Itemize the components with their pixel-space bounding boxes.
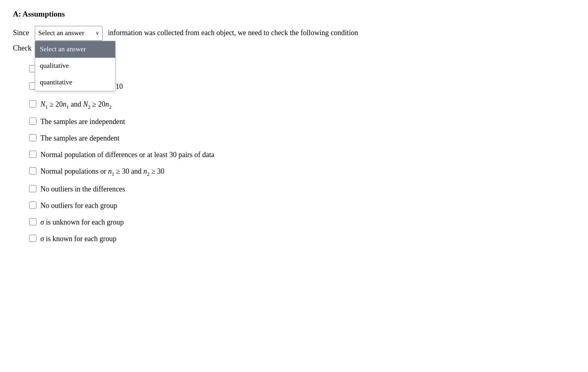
intro-since-text: Since <box>13 29 29 37</box>
checkbox-item-4: The samples are independent <box>29 116 575 127</box>
dropdown-option-qualitative[interactable]: qualitative <box>35 58 115 74</box>
checkbox-label-3[interactable]: N1 ≥ 20n1 and N2 ≥ 20n2 <box>40 99 112 111</box>
intro-middle-text: information was collected from each obje… <box>108 29 358 37</box>
checkbox-item-3: N1 ≥ 20n1 and N2 ≥ 20n2 <box>29 99 575 111</box>
dropdown-option-select[interactable]: Select an answer <box>35 41 115 58</box>
intro-paragraph: Since Select an answer Select an answer … <box>13 26 575 41</box>
checkbox-label-4[interactable]: The samples are independent <box>40 116 125 127</box>
checkbox-label-11[interactable]: σ is known for each group <box>40 233 116 244</box>
checkbox-item-11: σ is known for each group <box>29 233 575 244</box>
checkbox-label-5[interactable]: The samples are dependent <box>40 133 119 144</box>
checkbox-label-10[interactable]: σ is unknown for each group <box>40 217 124 228</box>
checkbox-samples-dependent[interactable] <box>29 134 36 141</box>
dropdown-trigger[interactable]: Select an answer <box>35 26 103 41</box>
checkbox-item-6: Normal population of differences or at l… <box>29 149 575 160</box>
checkbox-item-9: No outliers for each group <box>29 200 575 211</box>
section-title: A: Assumptions <box>13 10 575 19</box>
checkbox-label-8[interactable]: No outliers in the differences <box>40 184 125 195</box>
checkbox-samples-independent[interactable] <box>29 118 36 125</box>
answer-dropdown-container[interactable]: Select an answer Select an answer qualit… <box>35 26 103 41</box>
checkbox-sigma-unknown[interactable] <box>29 218 36 225</box>
checkbox-normal-populations-n1-n2[interactable] <box>29 167 36 174</box>
checkbox-normal-population-differences[interactable] <box>29 151 36 158</box>
checkbox-item-5: The samples are dependent <box>29 133 575 144</box>
checkbox-label-7[interactable]: Normal populations or n1 ≥ 30 and n2 ≥ 3… <box>40 166 164 178</box>
checkbox-item-10: σ is unknown for each group <box>29 217 575 228</box>
section-container: A: Assumptions Since Select an answer Se… <box>13 10 575 244</box>
checkbox-label-9[interactable]: No outliers for each group <box>40 200 117 211</box>
checkbox-no-outliers-differences[interactable] <box>29 185 36 192</box>
dropdown-menu[interactable]: Select an answer qualitative quantitativ… <box>35 41 116 91</box>
dropdown-option-quantitative[interactable]: quantitative <box>35 74 115 91</box>
checkbox-item-7: Normal populations or n1 ≥ 30 and n2 ≥ 3… <box>29 166 575 178</box>
checkbox-no-outliers-each-group[interactable] <box>29 202 36 209</box>
dropdown-selected-label: Select an answer <box>38 27 84 39</box>
checkbox-label-6[interactable]: Normal population of differences or at l… <box>40 149 215 160</box>
checkbox-sigma-known[interactable] <box>29 235 36 242</box>
checkbox-N1-N2[interactable] <box>29 100 36 107</box>
check-label-text: Check <box>13 44 32 52</box>
checkbox-item-8: No outliers in the differences <box>29 184 575 195</box>
